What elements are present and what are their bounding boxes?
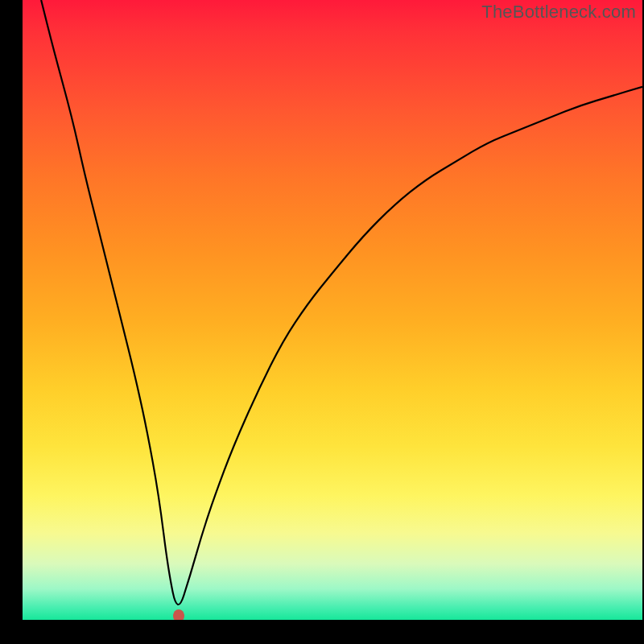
chart-plot-area: [23, 0, 642, 620]
watermark-text: TheBottleneck.com: [481, 2, 636, 23]
bottleneck-curve: [41, 0, 642, 605]
chart-marker-dot: [173, 609, 184, 620]
chart-curve-layer: [23, 0, 642, 620]
